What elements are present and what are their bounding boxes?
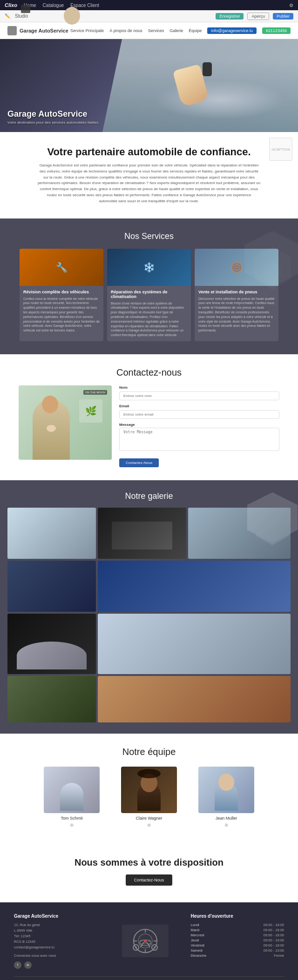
editor-nav-catalogue[interactable]: Catalogue (43, 3, 64, 8)
team-social-0[interactable]: ⊕ (37, 822, 107, 828)
team-name-2: Jean Muller (191, 816, 261, 821)
services-section: Nos Services 🔧 Révision complète des véh… (0, 219, 298, 354)
save-button[interactable]: Enregistrer (216, 13, 244, 20)
hero-title: Garage AutoService (7, 109, 99, 119)
team-photo-2 (198, 767, 254, 813)
hero-section: Garage AutoService Votre destination pou… (0, 39, 298, 132)
team-social-1[interactable]: ⊕ (114, 822, 184, 828)
nav-services[interactable]: Services (148, 28, 164, 33)
trust-section: reCAPTCHA Votre partenaire automobile de… (0, 132, 298, 219)
service-name-1: Réparation des systèmes de climatisation (111, 290, 187, 299)
team-grid: Tom Schmit ⊕ Claire Wagner ⊕ Jean Muller… (19, 767, 279, 828)
gallery-img-7 (98, 614, 291, 674)
brand-name: Garage AutoService (20, 28, 68, 33)
preview-button[interactable]: Aperçu (247, 13, 269, 20)
team-card-0: Tom Schmit ⊕ (37, 767, 107, 828)
recaptcha-widget: reCAPTCHA (269, 138, 292, 161)
editor-nav-settings[interactable]: ⚙ (289, 3, 293, 8)
contact-inner: ON THE MOON 🌿 Nom Email Message Contacte… (19, 385, 279, 467)
form-name-input[interactable] (119, 391, 279, 400)
footer-social-label: Connectez-vous avec nous (14, 953, 100, 959)
hero-text-block: Garage AutoService Votre destination pou… (7, 109, 99, 125)
contact-image: ON THE MOON 🌿 (19, 385, 112, 460)
hours-day: Dimanche (190, 954, 206, 958)
studio-label[interactable]: Studio (15, 13, 28, 19)
hero-subtitle: Votre destination pour des services auto… (7, 120, 99, 125)
team-card-1: Claire Wagner ⊕ (114, 767, 184, 828)
gallery-img-8 (7, 676, 96, 722)
form-message-input[interactable] (119, 428, 279, 451)
form-email-group: Email (119, 404, 279, 419)
footer-logo-icon (122, 925, 169, 957)
svg-point-11 (135, 947, 137, 948)
footer-brand-name: Garage AutoService (14, 914, 100, 919)
team-name-1: Claire Wagner (114, 816, 184, 821)
team-photo-0 (44, 767, 100, 813)
nav-apropos[interactable]: À propos de nous (109, 28, 142, 33)
social-facebook-icon[interactable]: f (14, 961, 21, 969)
contact-submit-button[interactable]: Contactez-Nous (119, 458, 159, 467)
footer-email: contact@garageservice.lu (14, 945, 100, 950)
nav-contact-button[interactable]: info@garageservice.lu (207, 27, 257, 34)
svg-point-13 (144, 940, 147, 942)
form-name-group: Nom (119, 385, 279, 400)
hours-time: 09:00 - 18:00 (264, 943, 284, 947)
form-name-label: Nom (119, 385, 279, 390)
hex-decoration-1 (237, 228, 298, 321)
footer-rcs: RCS B 12345 (14, 939, 100, 945)
service-desc-1: Besoin d'une révision de votre système d… (111, 301, 187, 338)
editor-bar: Clixo Home Catalogue Espace Client ⚙ (0, 0, 298, 10)
hours-day: Jeudi (190, 938, 199, 942)
editor-logo[interactable]: Clixo (5, 2, 17, 8)
footer-address: 12, Rue du geral (14, 922, 100, 928)
cta-button[interactable]: Contactez-Nous (126, 874, 173, 886)
hours-time: 09:00 - 18:00 (264, 928, 284, 932)
social-instagram-icon[interactable]: in (24, 961, 32, 969)
hours-time: 09:00 - 18:00 (264, 933, 284, 937)
hours-day: Lundi (190, 923, 199, 927)
nav-galerie[interactable]: Galerie (169, 28, 183, 33)
trust-title: Votre partenaire automobile de confiance… (23, 146, 275, 158)
hours-row: Mercredi09:00 - 18:00 (190, 933, 284, 938)
nav-phone-button[interactable]: 621123456 (262, 27, 291, 34)
hours-row: DimancheFermé (190, 953, 284, 958)
service-image-ac: ❄️ (107, 249, 191, 286)
gallery-img-2 (98, 508, 186, 559)
hours-row: Mardi09:00 - 18:00 (190, 927, 284, 933)
hours-time: 09:00 - 13:00 (264, 948, 284, 953)
hours-row: Vendredi09:00 - 18:00 (190, 943, 284, 948)
hours-time: 09:00 - 18:00 (264, 923, 284, 927)
nav-equipe[interactable]: Équipe (189, 28, 202, 33)
contact-form: Nom Email Message Contactez-Nous (119, 385, 279, 467)
gallery-img-6 (7, 614, 96, 674)
hours-day: Samedi (190, 948, 202, 953)
hours-time: Fermé (274, 954, 284, 958)
contact-section: Contactez-nous ON THE MOON 🌿 Nom Email M… (0, 354, 298, 480)
hours-day: Mercredi (190, 933, 204, 937)
footer-phone: Tél: 12345 (14, 934, 100, 939)
service-name-0: Révision complète des véhicules (23, 290, 100, 294)
site-navigation: Garage AutoService Service Principale À … (0, 22, 298, 39)
cta-section: Nous sommes à votre disposition Contacte… (0, 841, 298, 902)
form-email-input[interactable] (119, 410, 279, 419)
studio-pencil-icon: ✏️ (5, 13, 10, 19)
footer-hours-col: Heures d'ouverture Lundi09:00 - 18:00Mar… (190, 914, 284, 969)
team-photo-1 (121, 767, 177, 813)
team-card-2: Jean Muller ⊕ (191, 767, 261, 828)
gallery-img-1 (7, 508, 96, 559)
service-card-0: 🔧 Révision complète des véhicules Confie… (20, 249, 103, 341)
service-desc-0: Confiez-nous la révision complète de vot… (23, 297, 100, 333)
gallery-row-3 (7, 614, 291, 674)
brand-icon (7, 26, 17, 35)
form-message-group: Message (119, 423, 279, 453)
service-card-1: ❄️ Réparation des systèmes de climatisat… (107, 249, 191, 341)
contact-image-badge: ON THE MOON (83, 390, 107, 395)
nav-service-principale[interactable]: Service Principale (70, 28, 104, 33)
publish-button[interactable]: Publier (273, 13, 293, 20)
hours-row: Samedi09:00 - 13:00 (190, 948, 284, 953)
team-social-2[interactable]: ⊕ (191, 822, 261, 828)
editor-nav-espace[interactable]: Espace Client (70, 3, 99, 8)
footer-bottom: © 2024 Garage AutoService. Mentions léga… (14, 976, 284, 980)
footer-brand-col: Garage AutoService 12, Rue du geral L-99… (14, 914, 100, 969)
form-message-label: Message (119, 423, 279, 427)
